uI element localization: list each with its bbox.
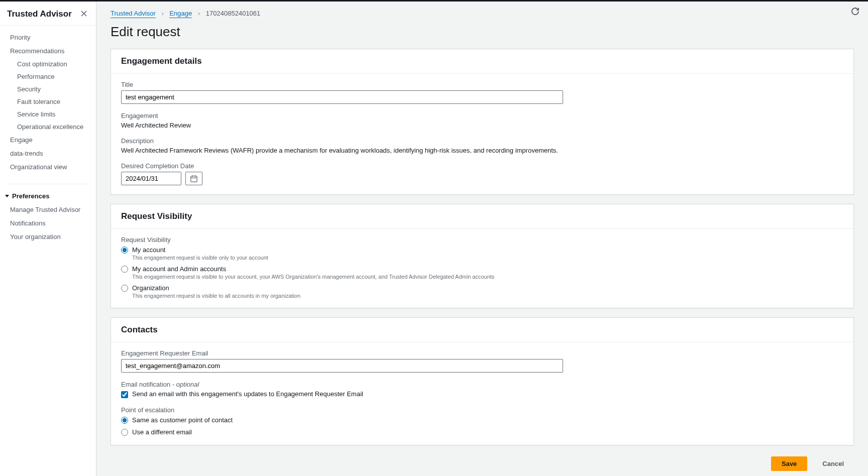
nav-preferences-section[interactable]: Preferences — [0, 189, 96, 203]
close-icon — [81, 11, 87, 17]
engagement-label: Engagement — [121, 112, 843, 120]
requester-email-input[interactable] — [121, 359, 563, 373]
breadcrumb-current: 170240852401061 — [206, 10, 260, 17]
nav-priority[interactable]: Priority — [0, 31, 96, 44]
visibility-org-desc: This engagement request is visible to al… — [132, 293, 300, 299]
title-label: Title — [121, 81, 843, 88]
date-label: Desired Completion Date — [121, 162, 843, 170]
nav-manage-trusted-advisor[interactable]: Manage Trusted Advisor — [0, 203, 96, 216]
preferences-label: Preferences — [12, 192, 49, 200]
chevron-right-icon: › — [198, 10, 200, 17]
request-visibility-header: Request Visibility — [111, 204, 853, 229]
escalation-diff-label[interactable]: Use a different email — [132, 428, 192, 436]
nav-security[interactable]: Security — [0, 83, 96, 95]
contacts-panel: Contacts Engagement Requester Email Emai… — [111, 317, 854, 445]
breadcrumb-trusted-advisor[interactable]: Trusted Advisor — [111, 10, 156, 18]
content-area: Engagement details Title Engagement Well… — [96, 49, 868, 476]
nav-performance[interactable]: Performance — [0, 70, 96, 83]
engagement-value: Well Architected Review — [121, 122, 843, 129]
sidebar-header: Trusted Advisor — [0, 2, 96, 26]
escalation-label: Point of escalation — [121, 406, 843, 414]
title-input[interactable] — [121, 90, 563, 104]
nav-cost-optimization[interactable]: Cost optimization — [0, 58, 96, 70]
visibility-my-account-radio[interactable] — [121, 247, 128, 254]
nav-notifications[interactable]: Notifications — [0, 216, 96, 230]
description-label: Description — [121, 137, 843, 145]
save-button[interactable]: Save — [771, 456, 807, 471]
nav-list: Priority Recommendations Cost optimizati… — [0, 26, 96, 179]
breadcrumbs: Trusted Advisor › Engage › 1702408524010… — [96, 2, 868, 17]
page-title: Edit request — [96, 17, 868, 49]
escalation-diff-radio[interactable] — [121, 429, 128, 436]
visibility-admin-desc: This engagement request is visible to yo… — [132, 274, 494, 280]
visibility-admin-radio[interactable] — [121, 266, 128, 273]
nav-service-limits[interactable]: Service limits — [0, 108, 96, 121]
visibility-org-label[interactable]: Organization — [132, 284, 169, 292]
nav-recommendations[interactable]: Recommendations — [0, 44, 96, 58]
calendar-button[interactable] — [185, 172, 202, 185]
visibility-my-account-label[interactable]: My account — [132, 246, 165, 254]
nav-your-organization[interactable]: Your organization — [0, 230, 96, 244]
visibility-label: Request Visibility — [121, 236, 843, 244]
cancel-button[interactable]: Cancel — [812, 456, 854, 471]
engagement-details-panel: Engagement details Title Engagement Well… — [111, 49, 854, 195]
date-input[interactable] — [121, 172, 181, 185]
email-notif-text: Email notification — [121, 381, 170, 388]
close-sidebar-button[interactable] — [79, 9, 89, 19]
calendar-icon — [190, 175, 197, 182]
email-notification-label: Email notification - optional — [121, 381, 843, 388]
description-value: Well Architected Framework Reviews (WAFR… — [121, 147, 843, 154]
request-visibility-panel: Request Visibility Request Visibility My… — [111, 204, 854, 308]
visibility-my-account-desc: This engagement request is visible only … — [132, 255, 268, 261]
escalation-same-label[interactable]: Same as customer point of contact — [132, 416, 233, 424]
main-content: Trusted Advisor › Engage › 1702408524010… — [96, 2, 868, 476]
requester-email-label: Engagement Requester Email — [121, 349, 843, 357]
visibility-admin-label[interactable]: My account and Admin accounts — [132, 265, 226, 273]
svg-rect-0 — [191, 176, 197, 181]
nav-organizational-view[interactable]: Organizational view — [0, 160, 96, 174]
sidebar: Trusted Advisor Priority Recommendations… — [0, 2, 96, 476]
breadcrumb-engage[interactable]: Engage — [169, 10, 192, 18]
visibility-org-radio[interactable] — [121, 285, 128, 292]
nav-engage[interactable]: Engage — [0, 133, 96, 147]
chevron-right-icon: › — [161, 10, 163, 17]
sidebar-title: Trusted Advisor — [7, 9, 72, 19]
nav-operational-excellence[interactable]: Operational excellence — [0, 121, 96, 133]
nav-data-trends[interactable]: data-trends — [0, 147, 96, 160]
nav-divider — [7, 184, 89, 184]
button-row: Save Cancel — [111, 454, 854, 476]
send-email-label[interactable]: Send an email with this engagement's upd… — [132, 390, 363, 398]
refresh-icon[interactable] — [851, 8, 859, 17]
send-email-checkbox[interactable] — [121, 391, 128, 398]
nav-preferences-list: Manage Trusted Advisor Notifications You… — [0, 203, 96, 249]
contacts-header: Contacts — [111, 318, 853, 342]
engagement-details-header: Engagement details — [111, 49, 853, 74]
caret-down-icon — [5, 195, 9, 197]
email-notif-optional: - optional — [170, 381, 199, 388]
escalation-same-radio[interactable] — [121, 417, 128, 424]
nav-fault-tolerance[interactable]: Fault tolerance — [0, 95, 96, 108]
